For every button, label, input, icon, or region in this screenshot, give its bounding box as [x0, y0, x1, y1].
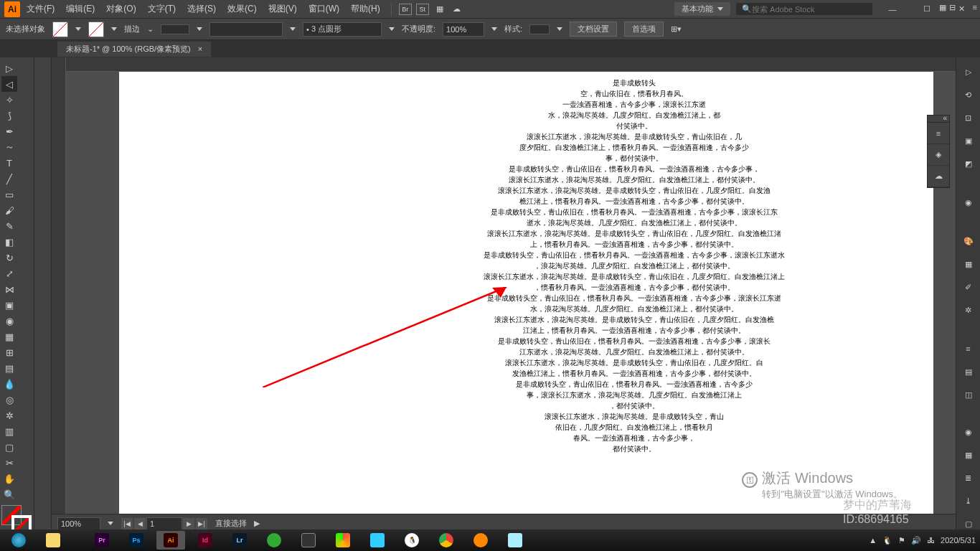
direct-selection-tool[interactable]: ◁	[1, 76, 17, 92]
toggle-panels-icon-2[interactable]: ⊟	[949, 3, 956, 12]
photoshop-icon[interactable]: Ps	[122, 531, 151, 550]
prefs-button[interactable]: 首选项	[624, 22, 664, 37]
stroke-panel-icon[interactable]: ≡	[960, 340, 977, 357]
rectangle-tool[interactable]: ▭	[1, 187, 17, 202]
tray-flag-icon[interactable]: ⚑	[898, 536, 905, 545]
asset-export-icon[interactable]: ⤓	[960, 492, 977, 509]
selection-tool[interactable]: ▷	[1, 60, 17, 76]
status-menu-icon[interactable]: ▶	[254, 519, 260, 528]
task-app-2-icon[interactable]	[294, 531, 323, 550]
shaped-text-object[interactable]: 是非成败转头空，青山依旧在，惯看秋月春风。一壶浊酒喜相逢，古今多少事，滚滚长江东…	[433, 77, 836, 465]
scale-tool[interactable]: ⤢	[1, 265, 17, 281]
stroke-weight-input[interactable]	[161, 24, 189, 34]
stroke-profile-input[interactable]	[209, 22, 283, 37]
align-panel-icon[interactable]: ▣	[960, 132, 977, 149]
column-graph-tool[interactable]: ▥	[1, 423, 17, 439]
hand-tool[interactable]: ✋	[1, 471, 17, 486]
doc-setup-button[interactable]: 文档设置	[570, 22, 617, 37]
chrome-icon[interactable]	[432, 531, 461, 550]
shaper-tool[interactable]: ✎	[1, 218, 17, 234]
document-tab[interactable]: 未标题-1* @ 100% (RGB/像素预览) ×	[57, 42, 211, 57]
arrange-icon[interactable]: ▦	[432, 1, 448, 17]
win-minimize[interactable]: —	[878, 0, 907, 19]
toggle-panels-icon[interactable]: ▦	[939, 3, 946, 12]
symbols-panel-icon[interactable]: ✲	[960, 301, 977, 319]
transparency-panel-icon[interactable]: ◫	[960, 386, 977, 403]
transform-icon[interactable]: ⊡	[960, 109, 977, 126]
stroke-link-icon[interactable]: ⌄	[147, 24, 154, 34]
explorer-icon[interactable]	[39, 531, 67, 550]
zoom-level-input[interactable]: 100%	[57, 517, 100, 530]
tray-qq-icon[interactable]: 🐧	[882, 536, 892, 545]
properties-panel-icon[interactable]: ≡	[928, 123, 949, 144]
taskbar-date[interactable]: 2020/5/31	[941, 536, 976, 545]
brushes-panel-icon[interactable]: ✐	[960, 278, 977, 296]
pathfinder-icon[interactable]: ◩	[960, 155, 977, 172]
rotate-tool[interactable]: ↻	[1, 250, 17, 265]
pen-tool[interactable]: ✒	[1, 123, 17, 139]
properties-icon[interactable]: ▷	[960, 63, 977, 80]
prev-artboard-button[interactable]: ◀	[134, 518, 146, 529]
browser-icon[interactable]	[4, 531, 33, 550]
type-tool[interactable]: T	[1, 155, 17, 171]
last-artboard-button[interactable]: ▶|	[196, 518, 207, 529]
menu-help[interactable]: 帮助(H)	[346, 1, 385, 17]
lasso-tool[interactable]: ⟆	[1, 108, 17, 123]
panel-grip[interactable]: «	[928, 116, 949, 123]
task-app-1-icon[interactable]	[260, 531, 288, 550]
curvature-tool[interactable]: ～	[1, 139, 17, 155]
indesign-icon[interactable]: Id	[191, 531, 220, 550]
menu-object[interactable]: 对象(O)	[101, 1, 141, 17]
eyedropper-tool[interactable]: 💧	[1, 376, 17, 392]
menu-file[interactable]: 文件(F)	[22, 1, 60, 17]
fill-dropdown-icon[interactable]	[75, 27, 81, 31]
tab-close-icon[interactable]: ×	[198, 44, 202, 53]
illustrator-icon[interactable]: Ai	[156, 531, 185, 550]
menu-view[interactable]: 视图(V)	[263, 1, 302, 17]
color-panel-icon[interactable]: 🎨	[960, 232, 977, 250]
bridge-icon[interactable]: Br	[397, 1, 413, 17]
search-box[interactable]: 🔍	[736, 3, 872, 15]
swatches-panel-icon[interactable]: ▦	[960, 255, 977, 273]
notepad-icon[interactable]	[501, 531, 529, 550]
symbol-sprayer-tool[interactable]: ✲	[1, 408, 17, 423]
qq-icon[interactable]: 🐧	[397, 531, 426, 550]
layers-panel-icon[interactable]: ◈	[928, 144, 949, 166]
slice-tool[interactable]: ✂	[1, 455, 17, 471]
first-artboard-button[interactable]: |◀	[121, 518, 133, 529]
links-icon[interactable]: ⟲	[960, 86, 977, 103]
gradient-tool[interactable]: ▤	[1, 360, 17, 376]
gradient-panel-icon[interactable]: ▤	[960, 363, 977, 380]
cc-icon[interactable]: ◉	[960, 194, 977, 211]
width-tool[interactable]: ⋈	[1, 281, 17, 297]
magic-wand-tool[interactable]: ✧	[1, 92, 17, 108]
menu-window[interactable]: 窗口(W)	[303, 1, 344, 17]
task-app-4-icon[interactable]	[363, 531, 392, 550]
floating-panel[interactable]: « ≡ ◈ ☁	[927, 115, 950, 188]
zoom-tool[interactable]: 🔍	[1, 486, 17, 502]
style-input[interactable]	[529, 24, 550, 34]
cloud-icon[interactable]: ☁	[449, 1, 465, 17]
search-input[interactable]	[752, 5, 867, 14]
menu-effect[interactable]: 效果(C)	[222, 1, 262, 17]
layers-icon[interactable]: ≣	[960, 469, 977, 486]
menu-text[interactable]: 文字(T)	[143, 1, 181, 17]
lightroom-icon[interactable]: Lr	[225, 531, 254, 550]
opacity-input[interactable]: 100%	[443, 22, 484, 37]
win-maximize[interactable]: ☐	[913, 0, 941, 19]
menu-edit[interactable]: 编辑(E)	[61, 1, 100, 17]
artboard-tool[interactable]: ▢	[1, 439, 17, 455]
line-tool[interactable]: ╱	[1, 171, 17, 187]
premiere-icon[interactable]: Pr	[88, 531, 116, 550]
appearance-panel-icon[interactable]: ◉	[960, 423, 977, 441]
artboard-nav-input[interactable]: 1	[146, 517, 182, 530]
tray-sound-icon[interactable]: 🔊	[911, 536, 921, 545]
artboard[interactable]: 是非成败转头空，青山依旧在，惯看秋月春风。一壶浊酒喜相逢，古今多少事，滚滚长江东…	[119, 72, 933, 531]
expand-strip[interactable]	[34, 57, 52, 532]
blend-tool[interactable]: ◎	[1, 392, 17, 408]
stock-icon[interactable]: St	[415, 1, 430, 17]
stroke-swatch[interactable]	[88, 22, 104, 37]
perspective-tool[interactable]: ▦	[1, 329, 17, 344]
tray-up-icon[interactable]: ▲	[869, 536, 877, 545]
tray-network-icon[interactable]: 🖧	[927, 536, 935, 545]
